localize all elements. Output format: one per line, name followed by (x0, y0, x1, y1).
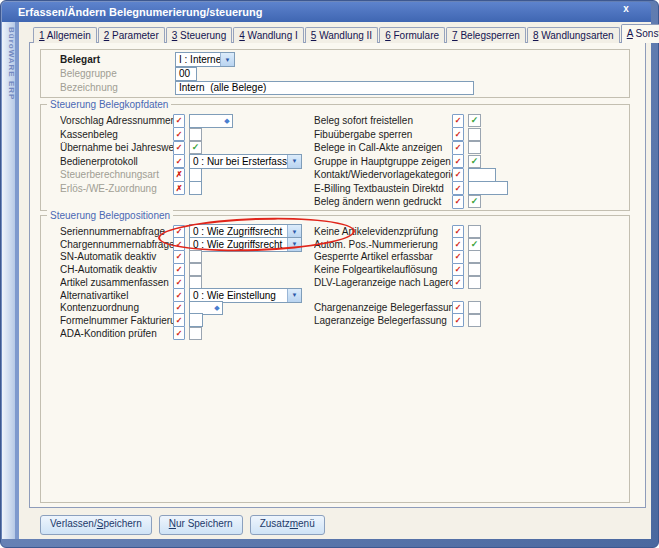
checkbox-unchecked[interactable] (468, 276, 481, 289)
form-row-alternativartikel: Alternativartikel✓0 : Wie Einstellung▼ (41, 289, 337, 302)
edit-allowed-icon[interactable]: ✓ (173, 250, 185, 264)
checkbox-checked[interactable]: ✓ (468, 238, 481, 251)
form-row-gesperrte-artikel-erfassbar: Gesperrte Artikel erfassbar✓ (313, 250, 629, 263)
form-row-keine-folgeartikelauflösung: Keine Folgeartikelauflösung✓ (313, 263, 629, 276)
dropdown[interactable]: I : Interner▼ (175, 52, 235, 67)
dropdown-value: 0 : Wie Zugriffsrecht (190, 226, 287, 237)
field-label: Keine Artikelevidenzprüfung (314, 226, 452, 237)
field-label: Fibuübergabe sperren (314, 129, 452, 140)
edit-allowed-icon[interactable]: ✓ (173, 127, 185, 141)
chevron-down-icon[interactable]: ▼ (220, 53, 234, 66)
edit-locked-icon[interactable]: ✗ (173, 181, 185, 195)
spinner-field[interactable]: ◆ (189, 114, 233, 128)
edit-allowed-icon[interactable]: ✓ (173, 326, 185, 340)
nur-speichern-button[interactable]: Nur Speichern (159, 515, 243, 535)
checkbox-unchecked[interactable] (189, 250, 202, 263)
edit-allowed-icon[interactable]: ✓ (452, 168, 464, 182)
checkbox-unchecked[interactable] (468, 250, 481, 263)
button-row: Verlassen/SpeichernNur SpeichernZusatzme… (40, 515, 325, 535)
chevron-down-icon[interactable]: ▼ (287, 155, 301, 168)
form-row-sn-automatik-deaktiv: SN-Automatik deaktiv✓ (41, 250, 337, 263)
field-label: Autom. Pos.-Nummerierung (314, 239, 452, 250)
checkbox-checked[interactable]: ✓ (468, 155, 481, 168)
edit-allowed-icon[interactable]: ✓ (452, 313, 464, 327)
edit-allowed-icon[interactable]: ✓ (452, 141, 464, 155)
edit-allowed-icon[interactable]: ✓ (173, 154, 185, 168)
checkbox-unchecked[interactable] (189, 327, 202, 340)
chevron-down-icon[interactable]: ▼ (287, 238, 301, 251)
tab-5-wandlung-ii[interactable]: 5 Wandlung II (305, 27, 378, 43)
field-label: Chargenanzeige Belegerfassung (314, 302, 452, 313)
edit-allowed-icon[interactable]: ✓ (173, 141, 185, 155)
lookup-diamond-icon[interactable]: ◆ (222, 115, 232, 127)
verlassen-speichern-button[interactable]: Verlassen/Speichern (40, 515, 152, 535)
checkbox-checked[interactable]: ✓ (189, 141, 202, 154)
edit-allowed-icon[interactable]: ✓ (452, 275, 464, 289)
dropdown[interactable]: 0 : Nur bei Ersterfassung/Änderung▼ (189, 154, 302, 169)
field-label: Kontenzuordnung (60, 302, 173, 313)
dropdown-value: 0 : Nur bei Ersterfassung/Änderung (190, 156, 287, 167)
brand-vertical-text: BüroWARE ERP (1, 27, 16, 247)
edit-allowed-icon[interactable]: ✓ (452, 181, 464, 195)
field-label: Belegart (60, 54, 175, 65)
field-label: Gesperrte Artikel erfassbar (314, 251, 452, 262)
checkbox-checked[interactable]: ✓ (468, 114, 481, 127)
edit-allowed-icon[interactable]: ✓ (452, 195, 464, 209)
tab-2-parameter[interactable]: 2 Parameter (98, 27, 165, 43)
form-row-beleg-ändern-wenn-gedruckt: Beleg ändern wenn gedruckt✓✓ (313, 195, 629, 208)
text-input[interactable]: 00 (175, 67, 197, 81)
text-input[interactable] (189, 168, 202, 182)
form-row-fibuübergabe-sperren: Fibuübergabe sperren✓ (313, 128, 629, 141)
edit-allowed-icon[interactable]: ✓ (452, 154, 464, 168)
checkbox-unchecked[interactable] (468, 301, 481, 314)
form-row-autom-pos-nummerierung: Autom. Pos.-Nummerierung✓✓ (313, 238, 629, 251)
checkbox-unchecked[interactable] (189, 263, 202, 276)
text-input[interactable]: Intern (alle Belege) (175, 81, 474, 95)
tab-3-steuerung[interactable]: 3 Steuerung (166, 27, 233, 43)
tab-4-wandlung-i[interactable]: 4 Wandlung I (233, 27, 304, 43)
checkbox-checked[interactable]: ✓ (468, 195, 481, 208)
field-label: Vorschlag Adressnummer (60, 115, 173, 126)
checkbox-unchecked[interactable] (189, 128, 202, 141)
edit-allowed-icon[interactable]: ✓ (452, 114, 464, 128)
field-label: Keine Folgeartikelauflösung (314, 264, 452, 275)
text-input[interactable] (189, 313, 203, 327)
checkbox-unchecked[interactable] (468, 314, 481, 327)
close-icon[interactable]: x (616, 3, 636, 17)
tab-bar: 1 Allgemein2 Parameter3 Steuerung4 Wandl… (33, 25, 659, 43)
form-row-ada-kondition-prüfen: ADA-Kondition prüfen✓ (41, 327, 337, 340)
form-row-kontenzuordnung: Kontenzuordnung✓◆ (41, 301, 337, 314)
edit-allowed-icon[interactable]: ✓ (452, 127, 464, 141)
chevron-down-icon[interactable]: ▼ (287, 289, 301, 302)
edit-allowed-icon[interactable]: ✓ (452, 250, 464, 264)
group-right-column: Keine Artikelevidenzprüfung✓Autom. Pos.-… (313, 216, 629, 502)
edit-allowed-icon[interactable]: ✓ (173, 288, 185, 302)
checkbox-unchecked[interactable] (468, 128, 481, 141)
text-input[interactable] (468, 181, 508, 195)
form-row-beleg-sofort-freistellen: Beleg sofort freistellen✓✓ (313, 114, 629, 127)
tab-6-formulare[interactable]: 6 Formulare (379, 27, 445, 43)
form-row-beleggruppe: Beleggruppe00 (41, 67, 629, 80)
form-row-chargennummernabfrage: Chargennummernabfrage✓0 : Wie Zugriffsre… (41, 238, 337, 251)
tab-1-allgemein[interactable]: 1 Allgemein (33, 27, 97, 43)
checkbox-unchecked[interactable] (468, 225, 481, 238)
text-input[interactable] (468, 168, 496, 182)
field-label: Seriennummernabfrage (60, 226, 173, 237)
check-icon: ✓ (471, 157, 479, 166)
group-left-column: Vorschlag Adressnummer✓◆Kassenbeleg✓Über… (41, 105, 337, 210)
field-label: Bezeichnung (60, 82, 175, 93)
tab-8-wandlungsarten[interactable]: 8 Wandlungsarten (527, 27, 620, 43)
checkbox-unchecked[interactable] (468, 141, 481, 154)
group-belegkopfdaten: Steuerung Belegkopfdaten Vorschlag Adres… (40, 104, 630, 211)
edit-allowed-icon[interactable]: ✓ (173, 114, 185, 128)
group-right-column: Beleg sofort freistellen✓✓Fibuübergabe s… (313, 105, 629, 210)
checkbox-unchecked[interactable] (468, 263, 481, 276)
tab-a-sonstige[interactable]: A Sonstige (621, 24, 659, 43)
zusatzmenü-button[interactable]: Zusatzmenü (250, 515, 325, 535)
field-label: Kassenbeleg (60, 129, 173, 140)
text-input[interactable] (189, 181, 202, 195)
field-label: E-Billing Textbaustein Direktd (314, 183, 452, 194)
lookup-diamond-icon[interactable]: ◆ (212, 302, 222, 314)
edit-locked-icon[interactable]: ✗ (173, 168, 185, 182)
tab-7-belegsperren[interactable]: 7 Belegsperren (446, 27, 526, 43)
